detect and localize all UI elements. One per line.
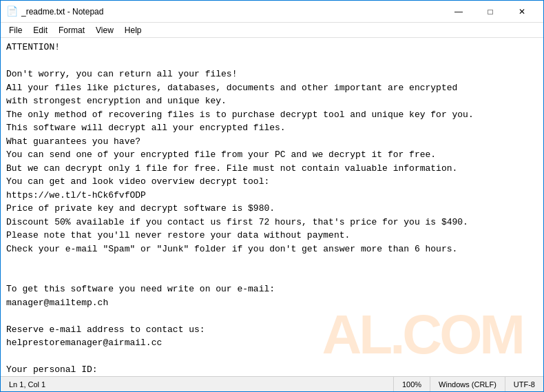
menu-bar: File Edit Format View Help <box>1 23 543 38</box>
status-line-ending: Windows (CRLF) <box>430 377 505 391</box>
close-button[interactable]: ✕ <box>506 1 538 23</box>
status-bar: Ln 1, Col 1 100% Windows (CRLF) UTF-8 <box>1 376 543 391</box>
title-bar: 📄 _readme.txt - Notepad — □ ✕ <box>1 1 543 23</box>
menu-edit[interactable]: Edit <box>28 24 53 37</box>
content-wrapper: ATTENTION! Don't worry, you can return a… <box>1 38 543 376</box>
status-zoom: 100% <box>394 377 430 391</box>
app-icon: 📄 <box>6 6 17 17</box>
menu-help[interactable]: Help <box>119 24 147 37</box>
menu-file[interactable]: File <box>3 24 28 37</box>
status-encoding: UTF-8 <box>505 377 543 391</box>
menu-format[interactable]: Format <box>53 24 90 37</box>
window-controls: — □ ✕ <box>443 1 538 23</box>
window-title: _readme.txt - Notepad <box>21 7 443 17</box>
status-position: Ln 1, Col 1 <box>1 377 394 391</box>
minimize-button[interactable]: — <box>443 1 474 23</box>
text-editor[interactable]: ATTENTION! Don't worry, you can return a… <box>1 38 543 376</box>
notepad-window: 📄 _readme.txt - Notepad — □ ✕ File Edit … <box>0 0 544 392</box>
menu-view[interactable]: View <box>90 24 119 37</box>
maximize-button[interactable]: □ <box>474 1 506 23</box>
